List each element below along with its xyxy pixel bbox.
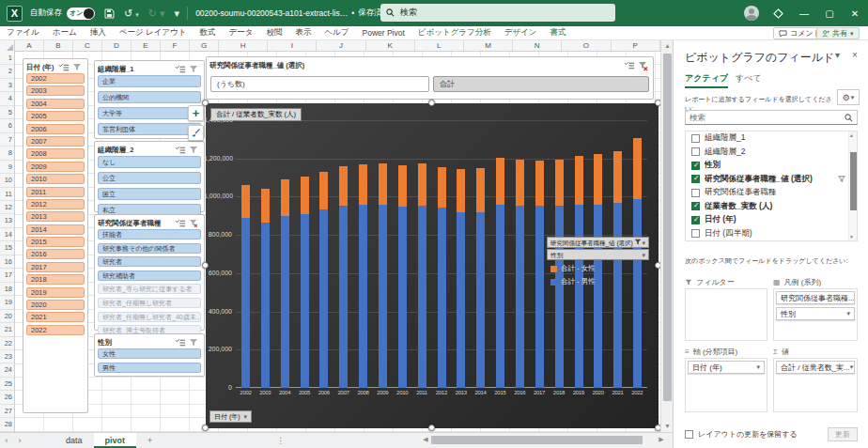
values-area[interactable]: 合計 / 従業者数_実...▾ xyxy=(773,358,858,412)
tab-splitter-icon[interactable]: ⋮ xyxy=(276,436,285,445)
ribbon-tab-5[interactable]: データ xyxy=(222,27,259,39)
slicer-item[interactable]: 2019 xyxy=(26,287,85,298)
bar-female-2020[interactable] xyxy=(594,154,602,205)
slicer-item[interactable]: 2012 xyxy=(26,199,85,209)
slicer-item[interactable]: 男性 xyxy=(98,363,201,373)
bar-male-2022[interactable] xyxy=(633,199,642,388)
pane-collapse-icon[interactable]: ▾ xyxy=(835,50,840,60)
legend-area-chip[interactable]: 性別▾ xyxy=(776,307,855,320)
chart-selection-handle[interactable] xyxy=(202,262,209,269)
bar-female-2013[interactable] xyxy=(457,169,465,212)
bar-male-2019[interactable] xyxy=(575,205,583,388)
slicer-item[interactable]: 2015 xyxy=(26,237,85,247)
bar-male-2021[interactable] xyxy=(613,203,622,388)
ribbon-tab-10[interactable]: ピボットグラフ分析 xyxy=(411,27,498,39)
clear-filter-icon[interactable] xyxy=(72,63,85,72)
slicer-item[interactable]: なし xyxy=(98,156,201,168)
column-header-M[interactable]: M xyxy=(464,40,513,51)
field-list-item-3[interactable]: 研究関係従事者職種_値 (選択) xyxy=(686,173,857,187)
column-header-G[interactable]: G xyxy=(190,40,219,51)
multiselect-icon[interactable] xyxy=(175,65,187,74)
row-header-5[interactable]: 5 xyxy=(0,106,14,119)
bar-male-2004[interactable] xyxy=(281,216,289,388)
minimize-button[interactable]: — xyxy=(792,0,816,26)
ribbon-tab-1[interactable]: ホーム xyxy=(46,27,84,39)
slicer-item[interactable]: 研究事務その他の関係者 xyxy=(98,243,201,254)
bar-male-2018[interactable] xyxy=(555,206,564,388)
slicer-item[interactable]: 2022 xyxy=(26,325,85,335)
clear-filter-icon[interactable] xyxy=(189,219,201,228)
scroll-up-icon[interactable]: ▲ xyxy=(847,131,856,141)
slicer-item[interactable]: 研究補助者 xyxy=(98,270,201,281)
bar-female-2016[interactable] xyxy=(516,160,524,206)
ribbon-tab-3[interactable]: ページ レイアウト xyxy=(113,27,194,39)
ribbon-tab-7[interactable]: 表示 xyxy=(288,27,318,39)
bar-male-2002[interactable] xyxy=(241,218,250,388)
row-header-14[interactable]: 14 xyxy=(0,228,14,241)
column-header-H[interactable]: H xyxy=(219,40,268,51)
ribbon-tab-8[interactable]: ヘルプ xyxy=(318,27,355,39)
slicer-item[interactable]: 2011 xyxy=(26,187,85,197)
slicer-item[interactable]: 大学等 xyxy=(98,107,201,119)
slicer-value-select[interactable]: 研究関係従事者職種_値 (選択) (うち数) 合計 xyxy=(206,56,654,100)
bar-male-2005[interactable] xyxy=(301,214,309,388)
legend-area[interactable]: 研究関係従事者職種...▾性別▾ xyxy=(773,288,858,341)
row-header-12[interactable]: 12 xyxy=(0,201,14,214)
slicer-item[interactable]: 2014 xyxy=(26,224,85,235)
ribbon-tab-0[interactable]: ファイル xyxy=(0,27,46,39)
column-header-L[interactable]: L xyxy=(415,40,464,51)
column-headers[interactable]: ABCDEFGHIJKLMNOP xyxy=(0,40,660,52)
chart-selection-handle[interactable] xyxy=(428,425,435,431)
close-button[interactable]: ✕ xyxy=(843,0,867,26)
slicer-item[interactable]: 公的機関 xyxy=(98,91,201,103)
horizontal-scroll-thumb[interactable] xyxy=(431,436,643,444)
slicer-item[interactable]: 2018 xyxy=(26,274,85,285)
column-header-P[interactable]: P xyxy=(612,40,660,51)
bar-female-2011[interactable] xyxy=(418,163,426,206)
legend-area-chip[interactable]: 研究関係従事者職種...▾ xyxy=(776,291,855,304)
values-area-chip[interactable]: 合計 / 従業者数_実...▾ xyxy=(776,361,855,374)
slicer-item[interactable]: 国立 xyxy=(98,188,201,200)
multiselect-icon[interactable] xyxy=(175,146,187,155)
tools-gear-button[interactable]: ⚙▾ xyxy=(837,89,860,105)
tab-active-fields[interactable]: アクティブ xyxy=(685,72,728,88)
multiselect-icon[interactable] xyxy=(624,61,636,70)
bar-female-2014[interactable] xyxy=(476,168,485,212)
row-headers[interactable]: 1234567891011121314151617181920212223242… xyxy=(0,52,15,432)
field-list-item-4[interactable]: 研究関係従事者職種 xyxy=(686,186,857,200)
coach-diamond-icon[interactable] xyxy=(766,0,790,26)
row-header-9[interactable]: 9 xyxy=(0,161,14,174)
bar-male-2015[interactable] xyxy=(496,205,504,388)
row-header-17[interactable]: 17 xyxy=(0,269,14,282)
slicer-item[interactable]: 2004 xyxy=(26,99,85,109)
clear-filter-icon[interactable] xyxy=(638,61,650,70)
row-header-26[interactable]: 26 xyxy=(0,391,14,404)
field-list-item-1[interactable]: 組織階層_2 xyxy=(686,146,857,160)
bar-female-2003[interactable] xyxy=(261,189,270,223)
row-header-27[interactable]: 27 xyxy=(0,405,14,418)
slicer-item[interactable]: 研究者_任期無し研究者_40歳未... xyxy=(98,312,201,322)
slicer-item[interactable]: 2002 xyxy=(26,73,85,84)
field-checkbox[interactable] xyxy=(691,189,700,197)
bar-male-2012[interactable] xyxy=(438,208,446,388)
bar-male-2011[interactable] xyxy=(418,206,426,388)
slicer-item[interactable]: 2013 xyxy=(26,211,85,222)
legend-field-button-gender[interactable]: 性別 ▾ xyxy=(547,249,649,260)
slicer-item[interactable]: 技能者 xyxy=(98,229,201,239)
scroll-left-icon[interactable]: ◀ xyxy=(420,434,431,445)
bar-male-2017[interactable] xyxy=(535,206,544,388)
column-header-N[interactable]: N xyxy=(513,40,562,51)
row-header-20[interactable]: 20 xyxy=(0,310,14,323)
bar-female-2006[interactable] xyxy=(319,172,328,209)
row-header-25[interactable]: 25 xyxy=(0,378,14,391)
pane-close-icon[interactable]: × xyxy=(852,50,858,60)
field-list-item-2[interactable]: 性別 xyxy=(686,159,857,173)
slicer-item-uchisu[interactable]: (うち数) xyxy=(210,76,429,92)
field-checkbox[interactable] xyxy=(691,147,700,156)
tab-all-fields[interactable]: すべて xyxy=(736,72,762,85)
field-list-scrollbar[interactable]: ▲ ▼ xyxy=(848,131,857,240)
column-header-F[interactable]: F xyxy=(161,40,190,51)
sheet-tab-pivot[interactable]: pivot xyxy=(94,433,137,448)
slicer-item[interactable]: 2020 xyxy=(26,300,85,310)
bar-male-2007[interactable] xyxy=(339,206,348,388)
